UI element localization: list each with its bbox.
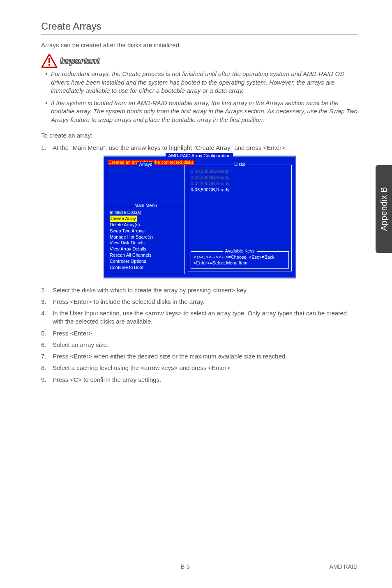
footer-page-number: B-5 xyxy=(181,563,190,570)
bios-arrays-box: Arrays xyxy=(107,165,184,206)
side-tab-label: Appendix B xyxy=(379,187,389,231)
bios-avail-line: <Enter>=Select Menu Item xyxy=(194,260,286,266)
side-tab: Appendix B xyxy=(376,165,392,253)
bios-main-menu-box: Main Menu Initialize Disk(s)Create Array… xyxy=(107,206,184,274)
step-item: Press <Enter> to include the selected di… xyxy=(41,298,357,306)
bios-disk-line: 0-03,500GB,Ready xyxy=(191,187,289,193)
bios-menu-item: Rescan All Channels xyxy=(110,252,182,258)
section-heading: Create Arrays xyxy=(41,21,357,35)
bios-disk-line: 0-01,500GB,Ready xyxy=(191,175,289,181)
step-item: Select an array size. xyxy=(41,341,357,349)
step-item: Select a caching level using the <arrow … xyxy=(41,364,357,372)
bios-menu-item: Swap Two Arrays xyxy=(110,228,182,234)
step-item: At the "Main Menu", use the arrow keys t… xyxy=(41,144,357,152)
bios-menu-item: Create Array xyxy=(110,216,182,222)
bios-menu-item: Delete Array(s) xyxy=(110,222,182,228)
bios-menu-item: Contiune to Boot xyxy=(110,264,182,271)
bios-title: AMD-RAID Array Configuration xyxy=(107,153,292,158)
bios-menu-item: View Array Details xyxy=(110,246,182,252)
important-bullet: For redundant arrays, the Create process… xyxy=(45,70,357,95)
bios-available-keys-box: Available Keys <↑><↓><→><←>=Choose, <Esc… xyxy=(191,251,289,269)
bios-menu-item: Manage Hot Sqare(s) xyxy=(110,234,182,240)
step-item: Press <Enter>. xyxy=(41,329,357,338)
step-item: Press <Enter> when either the desired si… xyxy=(41,352,357,361)
step-item: Select the disks with which to create th… xyxy=(41,286,357,294)
svg-rect-1 xyxy=(48,58,50,63)
important-label: Important xyxy=(60,56,100,66)
warning-icon xyxy=(41,53,58,68)
important-bullets: For redundant arrays, the Create process… xyxy=(41,70,357,124)
important-callout: Important xyxy=(41,53,357,68)
steps-list: At the "Main Menu", use the arrow keys t… xyxy=(41,144,357,152)
bios-avail-line: <↑><↓><→><←>=Choose, <Esc>=Back xyxy=(194,254,286,260)
page-footer: B-5 AMD RAID xyxy=(41,559,357,570)
bios-menu-item: Controller Options xyxy=(110,258,182,264)
footer-section-label: AMD RAID xyxy=(330,563,357,570)
step-item: Press <C> to confirm the array settings. xyxy=(41,376,357,384)
bios-disk-line: 0-00,500GB,Ready xyxy=(191,168,289,175)
svg-point-2 xyxy=(48,64,51,66)
steps-list-cont: Select the disks with which to create th… xyxy=(41,286,357,384)
intro-text: Arrays can be created after the disks ar… xyxy=(41,41,357,49)
to-create-label: To create an array: xyxy=(41,131,357,140)
important-bullet: If the system is booted from an AMD-RAID… xyxy=(45,99,357,124)
bios-main-menu-label: Main Menu xyxy=(132,203,159,208)
bios-available-keys-label: Available Keys xyxy=(223,248,257,253)
bios-disk-line: 0-02,500GB,Ready xyxy=(191,181,289,187)
bios-panel: AMD-RAID Array Configuration Creates an … xyxy=(102,155,296,278)
step-item: In the User Input section, use the <arro… xyxy=(41,309,357,326)
bios-menu-item: Initialize Disk(s) xyxy=(110,209,182,216)
bios-arrays-label: Arrays xyxy=(137,162,155,167)
bios-disks-label: Disks xyxy=(232,162,248,167)
bios-menu-item: View Disk Details xyxy=(110,240,182,246)
bios-disks-box: Disks 0-00,500GB,Ready0-01,500GB,Ready0-… xyxy=(188,165,292,271)
